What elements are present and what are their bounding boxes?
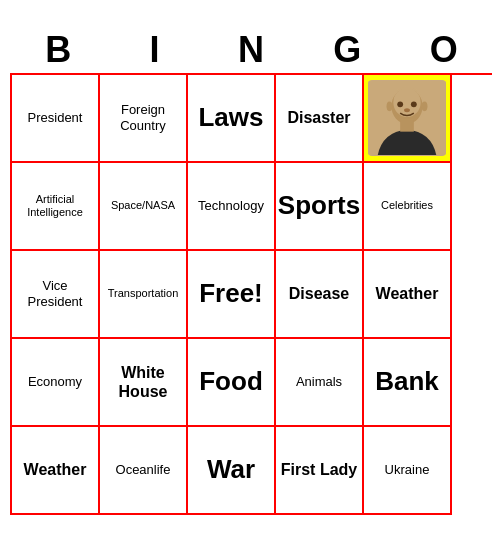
header-o: O (400, 29, 488, 71)
cell-1-1-text: Space/NASA (111, 199, 175, 212)
svg-point-5 (397, 101, 403, 107)
header-n: N (207, 29, 295, 71)
cell-4-2-text: War (207, 454, 255, 485)
cell-0-2-text: Laws (198, 102, 263, 133)
cell-1-0: Artificial Intelligence (12, 163, 100, 251)
svg-point-7 (404, 108, 410, 112)
svg-rect-3 (400, 120, 414, 132)
cell-2-1: Transportation (100, 251, 188, 339)
cell-3-4-text: Bank (375, 366, 439, 397)
svg-point-8 (387, 101, 393, 111)
cell-1-0-text: Artificial Intelligence (16, 193, 94, 219)
cell-3-3: Animals (276, 339, 364, 427)
bingo-grid: President Foreign Country Laws Disaster (10, 73, 492, 515)
cell-4-2: War (188, 427, 276, 515)
cell-2-1-text: Transportation (108, 287, 179, 300)
cell-3-2-text: Food (199, 366, 263, 397)
cell-1-4-text: Celebrities (381, 199, 433, 212)
bingo-card: B I N G O President Foreign Country Laws… (6, 25, 496, 519)
cell-1-3: Sports (276, 163, 364, 251)
cell-2-0-text: Vice President (16, 278, 94, 309)
svg-point-4 (393, 88, 420, 117)
cell-3-3-text: Animals (296, 374, 342, 390)
cell-0-2: Laws (188, 75, 276, 163)
cell-4-1: Oceanlife (100, 427, 188, 515)
cell-0-1: Foreign Country (100, 75, 188, 163)
cell-0-3-text: Disaster (287, 108, 350, 127)
cell-4-4-text: Ukraine (385, 462, 430, 478)
cell-0-4 (364, 75, 452, 163)
cell-3-1-text: White House (104, 363, 182, 401)
cell-2-3-text: Disease (289, 284, 350, 303)
header-g: G (303, 29, 391, 71)
header-i: I (111, 29, 199, 71)
cell-1-1: Space/NASA (100, 163, 188, 251)
cell-2-2: Free! (188, 251, 276, 339)
avatar-image (368, 80, 446, 156)
cell-2-4: Weather (364, 251, 452, 339)
cell-3-4: Bank (364, 339, 452, 427)
cell-4-0: Weather (12, 427, 100, 515)
cell-0-1-text: Foreign Country (104, 102, 182, 133)
cell-1-2-text: Technology (198, 198, 264, 214)
cell-4-1-text: Oceanlife (116, 462, 171, 478)
cell-4-3-text: First Lady (281, 460, 357, 479)
svg-point-9 (422, 101, 428, 111)
cell-1-4: Celebrities (364, 163, 452, 251)
cell-0-0-text: President (28, 110, 83, 126)
cell-2-3: Disease (276, 251, 364, 339)
cell-4-4: Ukraine (364, 427, 452, 515)
cell-3-1: White House (100, 339, 188, 427)
cell-0-0: President (12, 75, 100, 163)
bingo-header: B I N G O (10, 29, 492, 71)
cell-2-4-text: Weather (376, 284, 439, 303)
cell-2-2-text: Free! (199, 278, 263, 309)
cell-3-2: Food (188, 339, 276, 427)
cell-4-0-text: Weather (24, 460, 87, 479)
cell-4-3: First Lady (276, 427, 364, 515)
cell-2-0: Vice President (12, 251, 100, 339)
cell-0-3: Disaster (276, 75, 364, 163)
header-b: B (14, 29, 102, 71)
cell-1-3-text: Sports (278, 190, 360, 221)
cell-1-2: Technology (188, 163, 276, 251)
cell-3-0: Economy (12, 339, 100, 427)
svg-point-6 (411, 101, 417, 107)
cell-3-0-text: Economy (28, 374, 82, 390)
